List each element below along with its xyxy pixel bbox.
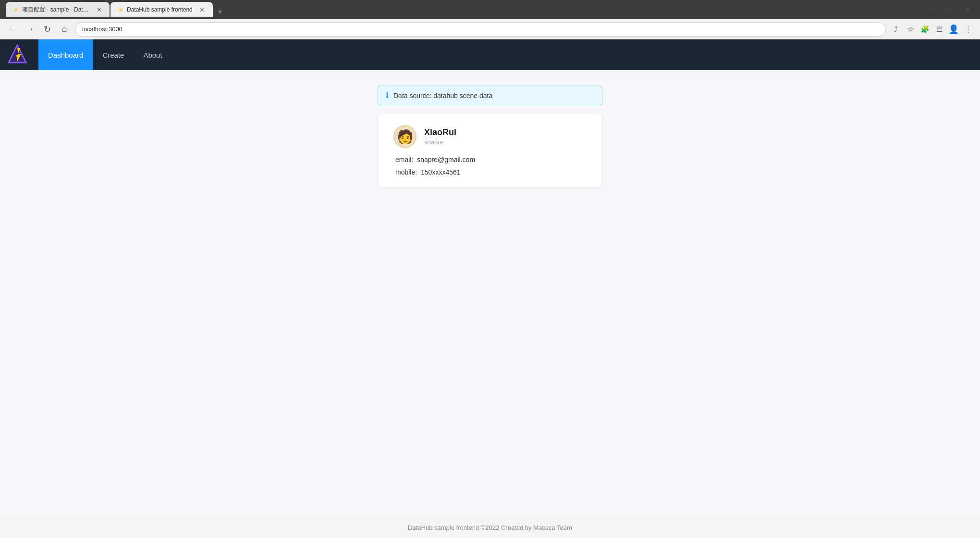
- user-card: 🧑 XiaoRui snapre email: snapre@gmail.com: [378, 113, 602, 188]
- user-header: 🧑 XiaoRui snapre: [393, 125, 587, 148]
- tab1-label: 项目配置 - sample - DataHub: [22, 6, 89, 14]
- browser-toolbar: ← → ↻ ⌂ localhost:3000 ⤴ ☆ 🧩 ☰ 👤 ⋮: [0, 19, 980, 39]
- browser-titlebar: ⚡ 项目配置 - sample - DataHub ✕ ⚡ DataHub sa…: [0, 0, 980, 19]
- email-label: email:: [395, 156, 413, 163]
- user-info: XiaoRui snapre: [424, 127, 456, 146]
- nav-links: Dashboard Create About: [38, 39, 172, 70]
- user-handle: snapre: [424, 138, 456, 146]
- window-controls: ─ □ ✕: [926, 3, 974, 16]
- app-navbar: Dashboard Create About: [0, 39, 980, 70]
- user-mobile: mobile: 150xxxx4561: [395, 168, 587, 176]
- extensions-button[interactable]: 🧩: [919, 23, 931, 36]
- maximize-button[interactable]: □: [943, 3, 957, 16]
- content-center: ℹ Data source: datahub scene data 🧑 Xiao…: [370, 86, 610, 188]
- app-main: ℹ Data source: datahub scene data 🧑 Xiao…: [0, 70, 980, 517]
- user-email: email: snapre@gmail.com: [395, 156, 587, 163]
- nav-link-dashboard[interactable]: Dashboard: [38, 39, 93, 70]
- user-details: email: snapre@gmail.com mobile: 150xxxx4…: [393, 156, 587, 176]
- profile-button[interactable]: 👤: [947, 23, 960, 36]
- tab2-close-button[interactable]: ✕: [198, 6, 206, 13]
- app-container: Dashboard Create About ℹ Data source: da…: [0, 39, 980, 538]
- forward-button[interactable]: →: [23, 23, 37, 36]
- footer-text: DataHub sample frontend ©2022 Created by…: [408, 524, 572, 531]
- tab2-label: DataHub sample frontend: [127, 6, 193, 13]
- address-text: localhost:3000: [82, 25, 122, 33]
- logo-icon: [8, 44, 27, 65]
- mobile-label: mobile:: [395, 168, 417, 176]
- info-icon: ℹ: [386, 91, 389, 100]
- browser-tab-1[interactable]: ⚡ 项目配置 - sample - DataHub ✕: [6, 2, 110, 17]
- share-button[interactable]: ⤴: [890, 23, 902, 36]
- browser-tab-2[interactable]: ⚡ DataHub sample frontend ✕: [110, 2, 213, 17]
- app-logo: [8, 44, 27, 65]
- menu-button[interactable]: ⋮: [962, 23, 974, 36]
- back-button[interactable]: ←: [6, 23, 19, 36]
- tab2-favicon: ⚡: [117, 6, 124, 13]
- minimize-button[interactable]: ─: [926, 3, 940, 16]
- sidebar-toggle-button[interactable]: ☰: [933, 23, 945, 36]
- browser-frame: ⚡ 项目配置 - sample - DataHub ✕ ⚡ DataHub sa…: [0, 0, 980, 538]
- address-bar[interactable]: localhost:3000: [75, 22, 886, 37]
- user-avatar: 🧑: [393, 125, 416, 148]
- tab1-favicon: ⚡: [12, 6, 19, 13]
- new-tab-button[interactable]: +: [214, 7, 227, 17]
- email-value: snapre@gmail.com: [417, 156, 475, 163]
- toolbar-actions: ⤴ ☆ 🧩 ☰ 👤 ⋮: [890, 23, 974, 36]
- nav-link-create[interactable]: Create: [93, 39, 134, 70]
- user-name: XiaoRui: [424, 127, 456, 138]
- reload-button[interactable]: ↻: [40, 23, 54, 36]
- info-banner: ℹ Data source: datahub scene data: [378, 86, 602, 105]
- home-button[interactable]: ⌂: [58, 23, 71, 36]
- mobile-value: 150xxxx4561: [421, 168, 461, 176]
- close-window-button[interactable]: ✕: [961, 3, 974, 16]
- nav-link-about[interactable]: About: [134, 39, 172, 70]
- bookmark-button[interactable]: ☆: [904, 23, 917, 36]
- info-banner-text: Data source: datahub scene data: [393, 92, 492, 100]
- tab1-close-button[interactable]: ✕: [95, 6, 103, 13]
- app-footer: DataHub sample frontend ©2022 Created by…: [0, 517, 980, 538]
- browser-tabs: ⚡ 项目配置 - sample - DataHub ✕ ⚡ DataHub sa…: [6, 2, 919, 17]
